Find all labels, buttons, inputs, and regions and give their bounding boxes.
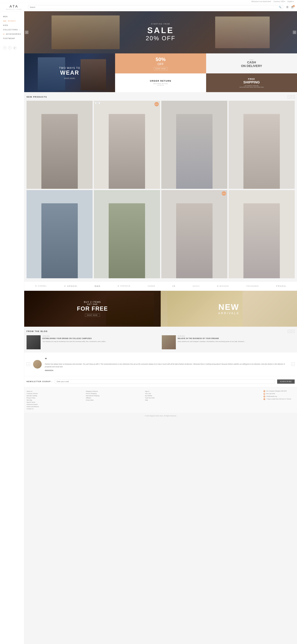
footer-link[interactable]: Track My Order <box>145 397 202 399</box>
promo-fifty-off[interactable]: 50% OFF SHOP NOW <box>115 54 206 74</box>
contact-address: ● My Company Glasgow G68 9GR <box>264 390 295 392</box>
footer-link[interactable]: Contact Us <box>26 408 84 410</box>
footer-link[interactable]: Advanced Search <box>26 403 84 406</box>
product-card[interactable] <box>94 190 160 278</box>
cart-button[interactable]: ☕ 0 <box>291 6 294 8</box>
returns-within: RETURNS WITHIN 14 DAYS <box>153 83 168 86</box>
brand-chanel[interactable]: Ⓒ CHANEL <box>35 285 47 287</box>
footer-contact: ● My Company Glasgow G68 9GR ☎ 800-235-8… <box>264 390 295 410</box>
sidebar-item-men[interactable]: MEN <box>0 14 24 19</box>
product-card[interactable] <box>228 190 295 278</box>
product-card[interactable] <box>26 190 92 278</box>
footer-link[interactable]: Your Cart <box>145 392 202 394</box>
footer-link[interactable]: Site Map <box>26 399 84 401</box>
footer-link[interactable]: Customer Service <box>26 392 84 394</box>
product-card[interactable] <box>161 101 227 189</box>
new-products-title: NEW PRODUCTS <box>26 96 47 98</box>
footer-link[interactable]: Secure Shopping <box>86 392 142 394</box>
product-card[interactable] <box>26 101 92 189</box>
sidebar-item-women[interactable]: WOMEN <box>0 19 24 23</box>
menu-button[interactable]: ☰ <box>286 6 288 8</box>
testimonial-next-button[interactable]: › <box>291 362 295 366</box>
two-ways-text: TWO WAYS TO <box>59 67 80 70</box>
blog-next-button[interactable]: › <box>292 330 295 333</box>
shipping-label: SHIPPING <box>243 80 260 84</box>
blog-prev-button[interactable]: ‹ <box>288 330 291 333</box>
sidebar-item-footwear[interactable]: FOOTWEAR <box>0 36 24 40</box>
blog-image <box>162 335 176 349</box>
promo-buy2[interactable]: BUY 2 ITEMS GET ONE FOR FREE SHOP NOW! <box>24 291 161 327</box>
footer-link[interactable]: Privacy Policy <box>26 397 84 399</box>
brand-gucci[interactable]: GUCCI <box>193 285 200 287</box>
brand-ck[interactable]: ck <box>172 285 176 288</box>
fifty-percent: 50% <box>156 56 166 62</box>
search-button[interactable]: 🔍 <box>279 6 282 8</box>
testimonial-prev-button[interactable]: ‹ <box>26 362 30 366</box>
products-grid: NEW SALE <box>26 101 295 278</box>
language-selector[interactable]: English ▾ <box>288 0 294 2</box>
brand-armani[interactable]: ✦ ARMANI <box>64 285 78 287</box>
blog-section: FROM THE BLOG ‹ › 20.05.2016 ESTABLISHIN… <box>24 327 297 352</box>
brand-trussardi[interactable]: TRUSSARDI <box>246 285 259 287</box>
shop-now-button[interactable]: SHOP NOW <box>154 67 168 70</box>
testimonial-author: AMANDA <box>45 370 288 371</box>
hero-off-text: 20% OFF <box>146 35 176 42</box>
newsletter-email-input[interactable] <box>55 379 275 384</box>
brand-versace[interactable]: ⊕ VERSACE <box>118 285 130 287</box>
sidebar-item-kids[interactable]: KIDS <box>0 23 24 28</box>
subscribe-button[interactable]: SUBSCRIBE <box>277 380 295 384</box>
testimonial-avatar <box>33 360 42 368</box>
googleplus-icon[interactable]: g+ <box>13 46 16 50</box>
footer-link[interactable]: Sign In <box>145 390 202 392</box>
clock-icon: ⏱ <box>264 398 265 400</box>
promo-arrivals-content: NEW ARRIVALS <box>218 302 240 315</box>
welcome-text: Welcome to our brand store! <box>252 0 271 2</box>
footer-link[interactable]: Group Sales <box>86 399 142 401</box>
sidebar-nav: MEN WOMEN KIDS COLLECTIONS ▸ ACCESSORIES… <box>0 14 24 40</box>
footer-link[interactable]: About Us <box>26 390 84 392</box>
products-prev-button[interactable]: ‹ <box>288 95 291 98</box>
on-orders-label: ON ORDERS OVER $99 THIS OFFER VALID ON A… <box>240 85 264 88</box>
product-card[interactable] <box>228 101 295 189</box>
footer-link[interactable]: Help <box>145 399 202 401</box>
footer-link[interactable]: Shipping & Returns <box>86 390 142 392</box>
footer-link[interactable]: Orders and Returns <box>26 406 84 408</box>
products-next-button[interactable]: › <box>292 95 295 98</box>
brand-missoni[interactable]: M MISSONI <box>217 285 229 287</box>
shop-now-link[interactable]: SHOP NOW! <box>59 77 80 79</box>
blog-title: FROM THE BLOG <box>26 330 48 332</box>
hero-content: STARTING FROM SALE 20% OFF <box>146 23 176 42</box>
footer-link[interactable]: My Wishlist <box>145 394 202 397</box>
blog-excerpt: Many students are cash-strapped, nowaday… <box>178 340 245 343</box>
order-return-label: ORDER RETURN <box>150 80 171 82</box>
blog-item: 20.05.2016 ESTABLISHING YOUR BRAND ON CO… <box>26 335 160 349</box>
hero-prev-button[interactable]: ‹ <box>25 30 28 34</box>
blog-post-title[interactable]: ESTABLISHING YOUR BRAND ON COLLEGE CAMPU… <box>42 338 107 340</box>
sidebar-item-accessories[interactable]: ACCESSORIES <box>0 32 24 36</box>
brand-prada[interactable]: PRADA <box>276 285 286 287</box>
twitter-icon[interactable]: t <box>8 46 12 50</box>
footer-link[interactable]: International Shipping <box>86 394 142 397</box>
search-input[interactable] <box>30 6 279 8</box>
promo-left-content: TWO WAYS TO WEAR SHOP NOW! <box>56 64 84 82</box>
logo[interactable]: ATA MAGENTO THEME <box>3 4 25 10</box>
currency-dropdown-icon[interactable]: ▾ <box>284 0 285 2</box>
sidebar-item-collections[interactable]: COLLECTIONS ▸ <box>0 28 24 32</box>
promo-new-arrivals[interactable]: NEW ARRIVALS <box>161 291 297 327</box>
blog-date: 20.05.2016 <box>42 335 107 337</box>
hero-next-button[interactable]: › <box>293 30 296 34</box>
brand-dg[interactable]: D&G <box>95 285 100 287</box>
footer-link[interactable]: Affiliates <box>86 397 142 399</box>
promo-order-return: ORDER RETURN RETURNS WITHIN 14 DAYS <box>115 74 206 92</box>
footer-link[interactable]: Search Terms <box>26 401 84 403</box>
promo-two-ways[interactable]: TWO WAYS TO WEAR SHOP NOW! <box>24 54 115 92</box>
new-products-section: NEW PRODUCTS ‹ › NEW SALE <box>24 92 297 282</box>
footer-link[interactable]: Specials Catalog <box>26 394 84 397</box>
shop-now-banner-button[interactable]: SHOP NOW! <box>85 314 100 317</box>
product-card[interactable]: SALE <box>161 190 227 278</box>
blog-post-title[interactable]: BELIEVE IN THE BUSINESS OF YOUR DREAMS <box>178 338 245 340</box>
brands-section: Ⓒ CHANEL ✦ ARMANI D&G ⊕ VERSACE FERRÉ ck… <box>24 282 297 291</box>
brand-ferre[interactable]: FERRÉ <box>148 285 155 287</box>
product-card[interactable]: NEW SALE <box>94 101 160 189</box>
facebook-icon[interactable]: f <box>3 46 6 50</box>
